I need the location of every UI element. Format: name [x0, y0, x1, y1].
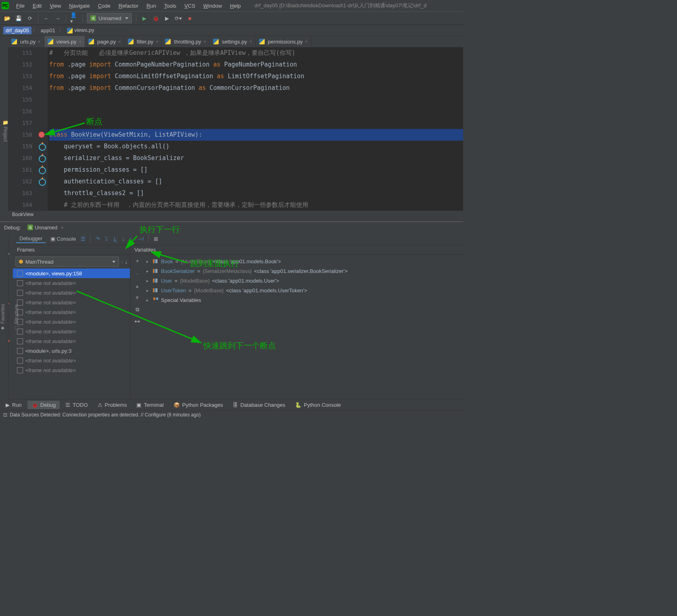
step-into-icon[interactable]: ↓̲	[113, 236, 117, 242]
stop-icon[interactable]: ■	[186, 14, 194, 22]
bottom-tab-python-console[interactable]: 🐍Python Console	[291, 401, 345, 409]
menu-help[interactable]: Help	[227, 2, 244, 10]
dropdown-icon	[112, 261, 115, 263]
project-tab-label[interactable]: 📁 Project	[2, 117, 8, 144]
close-tab-icon[interactable]: ×	[156, 39, 158, 44]
bottom-tab-todo[interactable]: ☰TODO	[61, 401, 92, 409]
frame-row[interactable]: <frame not available>	[13, 307, 130, 317]
menu-refactor[interactable]: Refactor	[115, 2, 142, 10]
user-icon[interactable]: 👤▾	[70, 14, 78, 22]
menu-navigate[interactable]: Navigate	[66, 2, 93, 10]
favorites-tab[interactable]: ★ Favorites	[0, 304, 6, 331]
structure-tab[interactable]: ⬚ Structure	[14, 304, 19, 331]
frame-row[interactable]: <frame not available>	[13, 288, 130, 298]
bottom-tab-problems[interactable]: ⚠Problems	[94, 401, 131, 409]
crumb-folder[interactable]: app01	[38, 27, 58, 34]
remove-watch-icon: －	[135, 270, 140, 277]
variable-row[interactable]: ▸User = {ModelBase} <class 'app01.models…	[144, 276, 463, 285]
back-icon[interactable]: ←	[42, 14, 50, 22]
frame-row[interactable]: <frame not available>	[13, 278, 130, 288]
file-tab[interactable]: page.py×	[85, 36, 125, 47]
bottom-tab-terminal[interactable]: ▣Terminal	[132, 401, 167, 409]
breakpoint-icon[interactable]	[39, 132, 44, 137]
close-tab-icon[interactable]: ×	[204, 39, 206, 44]
open-icon[interactable]: 📂	[3, 14, 11, 22]
close-tab-icon[interactable]: ×	[249, 39, 252, 44]
override-icon[interactable]	[39, 144, 46, 151]
evaluate-icon[interactable]: ⊞	[154, 236, 158, 242]
close-tab-icon[interactable]: ×	[38, 39, 40, 44]
thread-selector[interactable]: MainThread	[15, 256, 119, 267]
frame-row[interactable]: <frame not available>	[13, 336, 130, 346]
file-tab[interactable]: throttling.py×	[162, 36, 210, 47]
profile-icon[interactable]: ⟳▾	[174, 14, 182, 22]
close-tab-icon[interactable]: ×	[305, 39, 307, 44]
file-tab[interactable]: settings.py×	[210, 36, 256, 47]
status-message[interactable]: Data Sources Detected: Connection proper…	[10, 412, 201, 418]
coverage-icon[interactable]: ▶	[163, 14, 171, 22]
prev-frame-icon[interactable]: ↑	[121, 259, 123, 265]
menu-view[interactable]: View	[46, 2, 64, 10]
sync-icon[interactable]: ⟳	[26, 14, 34, 22]
project-tool-window-stripe[interactable]: 📁 Project	[0, 36, 8, 221]
menu-vcs[interactable]: VCS	[181, 2, 199, 10]
frame-row[interactable]: <frame not available>	[13, 317, 130, 327]
frame-row[interactable]: <frame not available>	[13, 356, 130, 365]
frame-row[interactable]: <frame not available>	[13, 298, 130, 307]
run-to-cursor-icon[interactable]: →I	[137, 236, 144, 242]
file-tab[interactable]: views.py×	[44, 36, 85, 47]
crumb-project[interactable]: drf_day05	[3, 27, 31, 34]
console-tab[interactable]: ▣ Console	[50, 236, 76, 242]
bottom-tab-python-packages[interactable]: 📦Python Packages	[169, 401, 227, 409]
run-icon[interactable]: ▶	[140, 14, 148, 22]
debugger-tab[interactable]: Debugger	[16, 235, 46, 243]
variable-icon	[153, 288, 159, 292]
show-execution-point-icon[interactable]: ↷	[96, 236, 100, 242]
crumb-file[interactable]: views.py	[65, 26, 97, 34]
override-icon[interactable]	[39, 167, 46, 174]
save-icon[interactable]: 💾	[15, 14, 23, 22]
menu-file[interactable]: File	[13, 2, 28, 10]
debug-run-config[interactable]: dj Unnamed ×	[25, 224, 66, 231]
menu-run[interactable]: Run	[143, 2, 159, 10]
add-watch-icon[interactable]: ＋	[135, 257, 140, 264]
menu-tools[interactable]: Tools	[161, 2, 180, 10]
override-icon[interactable]	[39, 155, 46, 162]
editor-breadcrumb[interactable]: BookView	[8, 210, 463, 221]
code-editor[interactable]: 1511521531541551561571581591601611621631…	[8, 47, 463, 212]
threads-icon[interactable]: ☰	[81, 236, 86, 242]
bottom-tab-database-changes[interactable]: 🗄Database Changes	[229, 401, 289, 409]
frame-row[interactable]: <frame not available>	[13, 327, 130, 336]
copy-icon[interactable]: ⧉	[136, 306, 139, 313]
frame-row[interactable]: <module>, urls.py:3	[13, 346, 130, 356]
editor-area: 📁 Project urls.py×views.py×page.py×filte…	[0, 36, 463, 221]
variable-row[interactable]: ▸Special Variables	[144, 295, 463, 305]
variable-row[interactable]: ▸UserToken = {ModelBase} <class 'app01.m…	[144, 285, 463, 295]
bottom-tab-debug[interactable]: 🐞Debug	[27, 401, 60, 409]
override-icon[interactable]	[39, 179, 46, 186]
python-file-icon	[128, 39, 134, 44]
file-tab[interactable]: urls.py×	[8, 36, 44, 47]
step-over-icon[interactable]: ⤵	[105, 236, 108, 242]
close-tab-icon[interactable]: ×	[79, 39, 81, 44]
variable-row[interactable]: ▸BookSerializer = {SerializerMetaclass} …	[144, 266, 463, 276]
frame-row[interactable]: <module>, views.py:158	[13, 268, 130, 278]
bottom-tab-run[interactable]: ▶Run	[2, 401, 26, 409]
menu-edit[interactable]: Edit	[29, 2, 45, 10]
forward-icon[interactable]: →	[54, 14, 62, 22]
force-step-into-icon[interactable]: ↓	[122, 236, 125, 242]
file-tab[interactable]: filter.py×	[125, 36, 162, 47]
variable-row[interactable]: ▸Book = {ModelBase} <class 'app01.models…	[144, 256, 463, 266]
run-config-selector[interactable]: dj Unnamed	[87, 13, 132, 23]
file-tab[interactable]: permissions.py×	[256, 36, 311, 47]
glasses-icon[interactable]: 👓	[134, 318, 140, 325]
python-file-icon	[88, 39, 94, 44]
step-out-icon[interactable]: ↑	[130, 236, 132, 242]
python-file-icon	[67, 28, 73, 33]
debug-icon[interactable]: 🐞	[152, 14, 160, 22]
next-frame-icon[interactable]: ↓	[125, 259, 128, 265]
frame-row[interactable]: <frame not available>	[13, 365, 130, 375]
menu-window[interactable]: Window	[200, 2, 225, 10]
menu-code[interactable]: Code	[95, 2, 114, 10]
close-tab-icon[interactable]: ×	[118, 39, 121, 44]
